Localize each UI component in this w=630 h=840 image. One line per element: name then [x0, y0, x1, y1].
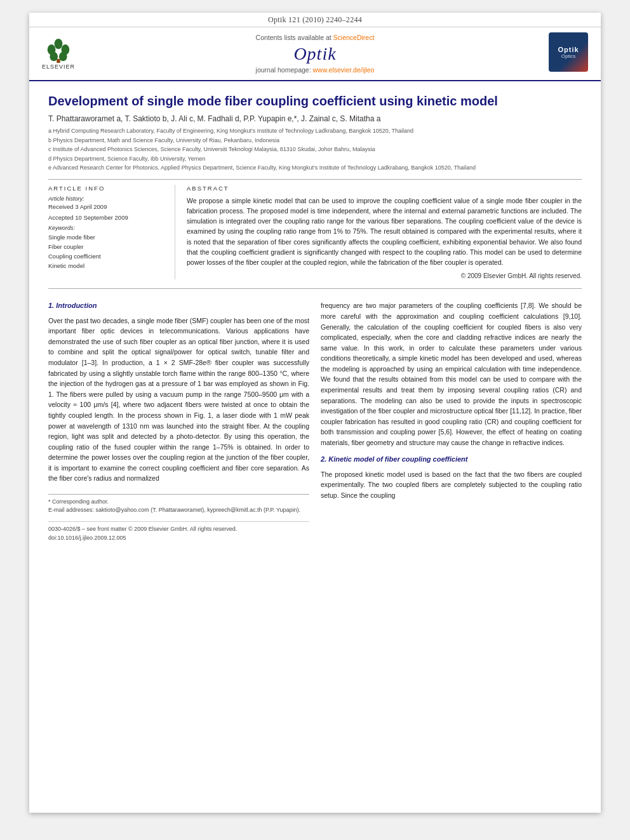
authors-line: T. Phattaraworamet a, T. Saktioto b, J. …: [48, 114, 582, 123]
elsevier-logo: ELSEVIER: [42, 38, 75, 70]
intro-title: 1. Introduction: [48, 300, 309, 311]
footer: 0030-4026/$ – see front matter © 2009 El…: [48, 521, 309, 542]
doi-line: doi:10.1016/j.ijleo.2009.12.005: [48, 533, 309, 542]
keyword-2: Fiber coupler: [48, 242, 166, 251]
keyword-3: Coupling coefficient: [48, 251, 166, 261]
badge-subtitle: Optics: [561, 53, 576, 59]
divider-1: [48, 179, 582, 180]
journal-center: Contents lists available at ScienceDirec…: [256, 34, 375, 74]
info-abstract-section: ARTICLE INFO Article history: Received 3…: [48, 185, 582, 280]
article-body: Development of single mode fiber couplin…: [29, 81, 601, 555]
journal-header: ELSEVIER Contents lists available at Sci…: [29, 27, 601, 81]
badge-title: Optik: [558, 46, 579, 53]
journal-title: Optik: [256, 44, 375, 64]
article-info: ARTICLE INFO Article history: Received 3…: [48, 185, 175, 280]
received-date: Received 3 April 2009: [48, 203, 166, 210]
intro-paragraph: Over the past two decades, a single mode…: [48, 316, 309, 484]
page: Optik 121 (2010) 2240–2244 ELSEVIER Cont…: [29, 13, 601, 813]
affil-e: e Advanced Research Center for Photonics…: [48, 164, 582, 173]
optik-badge: Optik Optics: [549, 32, 588, 72]
keyword-1: Single mode fiber: [48, 232, 166, 242]
email-line: E-mail addresses: saktioto@yahoo.com (T.…: [48, 506, 309, 515]
section2-title: 2. Kinetic model of fiber coupling coeff…: [321, 454, 582, 465]
divider-2: [48, 288, 582, 289]
abstract-text: We propose a simple kinetic model that c…: [187, 196, 582, 268]
keyword-4: Kinetic model: [48, 261, 166, 270]
history-label: Article history:: [48, 196, 166, 202]
sciencedirect-link[interactable]: ScienceDirect: [333, 34, 375, 41]
left-column: 1. Introduction Over the past two decade…: [48, 300, 309, 542]
svg-point-4: [59, 51, 67, 61]
sciencedirect-line: Contents lists available at ScienceDirec…: [256, 34, 375, 41]
accepted-date: Accepted 10 September 2009: [48, 214, 166, 221]
copyright: © 2009 Elsevier GmbH. All rights reserve…: [187, 272, 582, 279]
homepage-link[interactable]: www.elsevier.de/ijleo: [313, 66, 375, 74]
main-content: 1. Introduction Over the past two decade…: [48, 300, 582, 542]
right-column: frequency are two major parameters of th…: [321, 300, 582, 542]
svg-point-3: [50, 51, 58, 61]
footnotes: * Corresponding author. E-mail addresses…: [48, 494, 309, 515]
keywords-label: Keywords:: [48, 225, 166, 231]
abstract-section: ABSTRACT We propose a simple kinetic mod…: [187, 185, 582, 280]
journal-homepage: journal homepage: www.elsevier.de/ijleo: [256, 66, 375, 74]
affiliations: a Hybrid Computing Research Laboratory, …: [48, 127, 582, 173]
issn-line: 0030-4026/$ – see front matter © 2009 El…: [48, 524, 309, 533]
right-para-2: The proposed kinetic model used is based…: [321, 469, 582, 501]
affil-b: b Physics Department, Math and Science F…: [48, 137, 582, 145]
svg-point-0: [55, 38, 63, 48]
affil-d: d Physics Department, Science Faculty, I…: [48, 155, 582, 164]
article-title: Development of single mode fiber couplin…: [48, 93, 582, 109]
elsevier-tree-icon: [43, 38, 74, 63]
affil-a: a Hybrid Computing Research Laboratory, …: [48, 127, 582, 136]
right-para-1: frequency are two major parameters of th…: [321, 300, 582, 448]
keywords-list: Single mode fiber Fiber coupler Coupling…: [48, 232, 166, 271]
top-bar: Optik 121 (2010) 2240–2244: [29, 13, 601, 27]
elsevier-label: ELSEVIER: [42, 63, 75, 70]
article-info-heading: ARTICLE INFO: [48, 185, 166, 192]
journal-issue: Optik 121 (2010) 2240–2244: [268, 15, 362, 24]
abstract-heading: ABSTRACT: [187, 185, 582, 192]
corresponding-author: * Corresponding author.: [48, 498, 309, 507]
affil-c: c Institute of Advanced Photonics Scienc…: [48, 145, 582, 154]
svg-rect-5: [57, 58, 60, 62]
